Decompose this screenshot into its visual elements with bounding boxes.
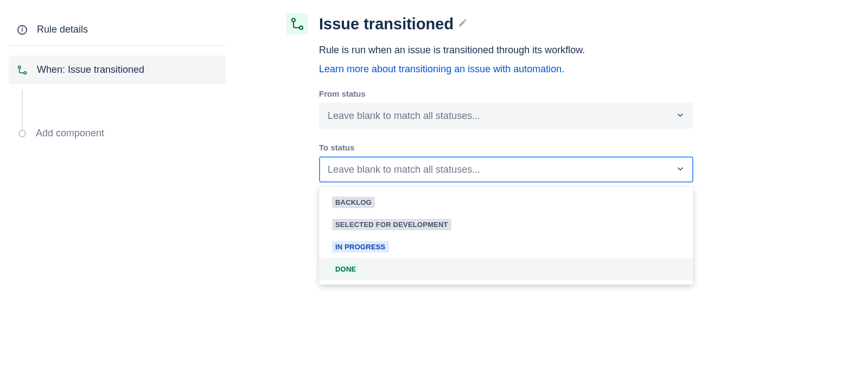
rule-sidebar: i Rule details When: Issue transitioned … <box>0 0 226 182</box>
chevron-down-icon <box>676 111 685 121</box>
trigger-icon-box <box>286 13 308 35</box>
from-status-field: From status Leave blank to match all sta… <box>319 89 846 129</box>
trigger-label: When: Issue transitioned <box>37 64 144 75</box>
svg-point-1 <box>24 72 27 74</box>
svg-point-0 <box>18 66 21 68</box>
status-lozenge: SELECTED FOR DEVELOPMENT <box>332 219 451 230</box>
status-lozenge: DONE <box>332 263 359 275</box>
from-status-label: From status <box>319 89 846 98</box>
to-status-placeholder: Leave blank to match all statuses... <box>328 164 480 175</box>
rule-details-label: Rule details <box>37 24 88 35</box>
transition-icon <box>291 17 304 30</box>
edit-icon[interactable] <box>458 18 468 30</box>
status-option[interactable]: SELECTED FOR DEVELOPMENT <box>319 213 693 236</box>
info-icon: i <box>17 25 27 35</box>
to-status-dropdown: BACKLOGSELECTED FOR DEVELOPMENTIN PROGRE… <box>319 187 693 285</box>
description: Rule is run when an issue is transitione… <box>319 45 846 56</box>
main-panel: Issue transitioned Rule is run when an i… <box>226 0 868 182</box>
add-dot-icon <box>18 130 26 137</box>
svg-point-2 <box>292 18 295 22</box>
page-title-text: Issue transitioned <box>319 15 454 33</box>
status-lozenge: BACKLOG <box>332 197 375 208</box>
main-body: Rule is run when an issue is transitione… <box>319 45 846 182</box>
status-option[interactable]: DONE <box>319 258 693 280</box>
main-header: Issue transitioned <box>286 13 846 35</box>
sidebar-rule-details[interactable]: i Rule details <box>9 22 226 46</box>
status-option[interactable]: BACKLOG <box>319 191 693 213</box>
transition-icon <box>17 65 27 75</box>
add-component-label: Add component <box>36 128 104 139</box>
status-option[interactable]: IN PROGRESS <box>319 236 693 258</box>
to-status-label: To status <box>319 143 846 152</box>
from-status-placeholder: Leave blank to match all statuses... <box>328 110 480 122</box>
page-title: Issue transitioned <box>319 15 468 33</box>
sidebar-trigger-item[interactable]: When: Issue transitioned <box>9 55 226 84</box>
add-component-button[interactable]: Add component <box>9 119 226 148</box>
learn-more-link[interactable]: Learn more about transitioning an issue … <box>319 64 564 75</box>
chevron-down-icon <box>676 165 685 175</box>
from-status-select[interactable]: Leave blank to match all statuses... <box>319 103 693 129</box>
to-status-field: To status Leave blank to match all statu… <box>319 143 846 182</box>
to-status-select[interactable]: Leave blank to match all statuses... <box>319 156 693 182</box>
status-lozenge: IN PROGRESS <box>332 241 389 253</box>
svg-point-3 <box>299 26 303 29</box>
